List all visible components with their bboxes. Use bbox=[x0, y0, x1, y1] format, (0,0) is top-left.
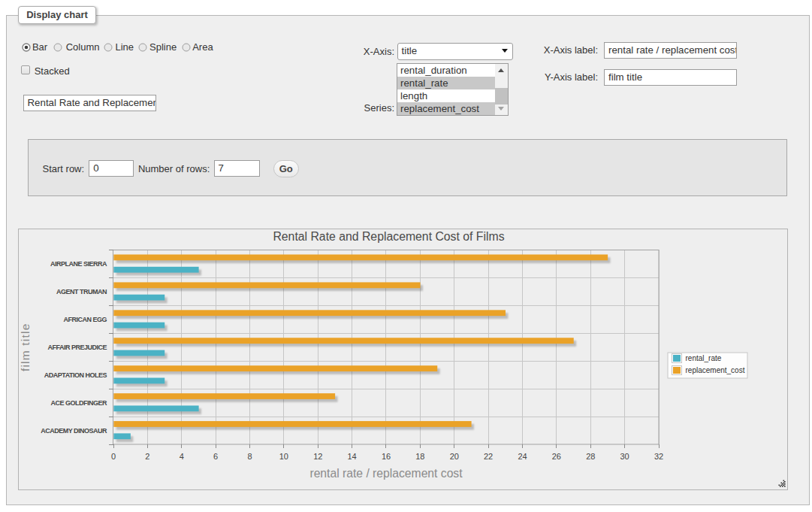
svg-text:AGENT TRUMAN: AGENT TRUMAN bbox=[56, 288, 107, 295]
svg-text:8: 8 bbox=[247, 452, 252, 461]
svg-text:12: 12 bbox=[313, 452, 322, 461]
svg-text:6: 6 bbox=[213, 452, 218, 461]
svg-text:Rental Rate and Replacement Co: Rental Rate and Replacement Cost of Film… bbox=[273, 230, 504, 243]
svg-text:32: 32 bbox=[654, 452, 663, 461]
svg-text:rental_rate: rental_rate bbox=[686, 354, 722, 362]
svg-text:AIRPLANE SIERRA: AIRPLANE SIERRA bbox=[50, 260, 107, 268]
svg-text:AFRICAN EGG: AFRICAN EGG bbox=[64, 316, 107, 323]
svg-text:film title: film title bbox=[19, 323, 32, 372]
svg-text:18: 18 bbox=[415, 452, 424, 461]
svg-text:24: 24 bbox=[518, 452, 527, 461]
svg-text:4: 4 bbox=[180, 452, 184, 461]
svg-text:28: 28 bbox=[586, 452, 595, 461]
svg-text:ACADEMY DINOSAUR: ACADEMY DINOSAUR bbox=[41, 427, 107, 435]
svg-text:rental rate / replacement cost: rental rate / replacement cost bbox=[309, 467, 463, 480]
svg-text:replacement_cost: replacement_cost bbox=[686, 366, 745, 374]
svg-text:10: 10 bbox=[279, 452, 288, 461]
svg-text:ACE GOLDFINGER: ACE GOLDFINGER bbox=[50, 399, 107, 407]
svg-text:22: 22 bbox=[484, 452, 493, 461]
svg-text:20: 20 bbox=[450, 452, 459, 461]
svg-text:14: 14 bbox=[347, 452, 356, 461]
svg-text:16: 16 bbox=[382, 452, 391, 461]
svg-text:30: 30 bbox=[620, 452, 629, 461]
svg-text:0: 0 bbox=[111, 452, 116, 461]
svg-text:2: 2 bbox=[145, 452, 149, 461]
svg-text:ADAPTATION HOLES: ADAPTATION HOLES bbox=[44, 371, 107, 379]
svg-text:AFFAIR PREJUDICE: AFFAIR PREJUDICE bbox=[47, 344, 107, 351]
svg-text:26: 26 bbox=[552, 452, 561, 461]
